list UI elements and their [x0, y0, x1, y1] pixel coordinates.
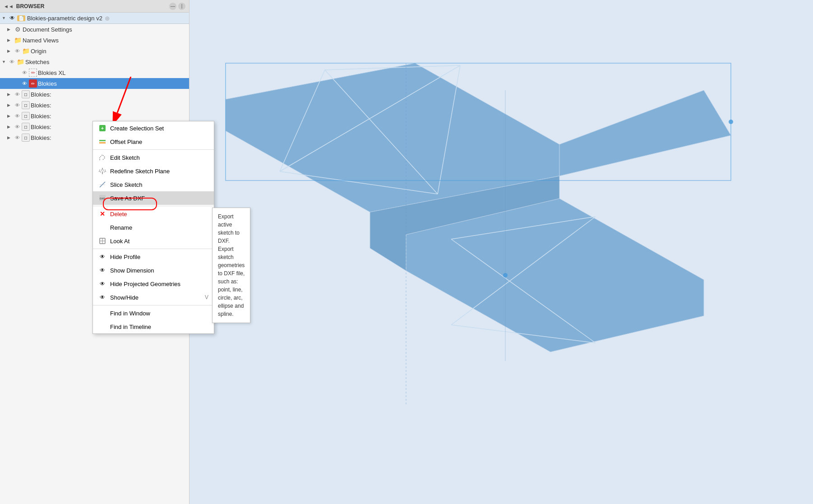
blokies5-eye-icon[interactable]: 👁 [14, 123, 21, 130]
sketch-icon: ✏ [29, 69, 37, 77]
find-timeline-icon [98, 323, 106, 331]
menu-item-show-dimension[interactable]: 👁 Show Dimension [93, 264, 214, 277]
origin-folder-icon: 📁 [22, 47, 30, 55]
blokies-xl-label: Blokies XL [38, 69, 65, 76]
menu-label-save-as-dxf: Save As DXF [110, 195, 208, 202]
menu-item-delete[interactable]: ✕ Delete [93, 207, 214, 221]
menu-item-slice-sketch[interactable]: Slice Sketch [93, 178, 214, 191]
menu-label-rename: Rename [110, 224, 208, 231]
hide-projected-icon: 👁 [98, 280, 106, 288]
svg-rect-5 [99, 142, 106, 143]
blokies2-label: Blokies: [31, 91, 51, 98]
browser-panel: ◄◄ BROWSER — | ▼ 👁 📄 Blokies-parametric … [0, 0, 189, 504]
menu-label-show-hide: Show/Hide [110, 294, 201, 301]
sidebar-item-document-settings[interactable]: ▶ ⚙ Document Settings [0, 24, 189, 35]
sidebar-item-blokies-xl[interactable]: 👁 ✏ Blokies XL [0, 67, 189, 78]
viewport-3d[interactable] [189, 0, 813, 504]
look-at-icon [98, 237, 106, 245]
create-selection-icon: + [98, 124, 106, 132]
blokies3-label: Blokies: [31, 102, 51, 109]
separator-4 [93, 305, 214, 305]
menu-item-find-in-window[interactable]: Find in Window [93, 306, 214, 320]
sidebar-item-blokies-4[interactable]: ▶ 👁 □ Blokies: [0, 111, 189, 121]
doc-settings-arrow: ▶ [7, 27, 14, 32]
blokies2-eye-icon[interactable]: 👁 [14, 91, 21, 98]
menu-item-hide-projected[interactable]: 👁 Hide Projected Geometries [93, 277, 214, 291]
origin-eye-icon[interactable]: 👁 [14, 47, 21, 55]
menu-label-create-selection-set: Create Selection Set [110, 125, 208, 132]
find-window-icon [98, 309, 106, 317]
folder-icon: 📁 [14, 36, 22, 44]
3d-sketch-view [189, 0, 813, 504]
dxf-tooltip: Export active sketch to DXF. Export sket… [212, 208, 250, 323]
offset-plane-icon [98, 138, 106, 146]
sidebar-item-sketches[interactable]: ▼ 👁 📁 Sketches [0, 56, 189, 67]
separator-2 [93, 206, 214, 206]
separator-3 [93, 249, 214, 249]
sidebar-item-blokies-2[interactable]: ▶ 👁 □ Blokies: [0, 89, 189, 100]
blokies-eye-icon[interactable]: 👁 [21, 80, 28, 87]
menu-item-offset-plane[interactable]: Offset Plane [93, 135, 214, 148]
browser-controls: — | [169, 3, 185, 10]
menu-item-hide-profile[interactable]: 👁 Hide Profile [93, 250, 214, 264]
svg-text:+: + [101, 125, 104, 131]
svg-point-34 [729, 120, 733, 124]
blokies6-label: Blokies: [31, 134, 51, 141]
hide-profile-icon: 👁 [98, 253, 106, 261]
menu-label-slice-sketch: Slice Sketch [110, 181, 208, 188]
menu-item-create-selection-set[interactable]: + Create Selection Set [93, 121, 214, 135]
blokies6-eye-icon[interactable]: 👁 [14, 134, 21, 141]
minimize-button[interactable]: — [169, 3, 176, 10]
named-views-label: Named Views [23, 37, 59, 44]
menu-item-find-in-timeline[interactable]: Find in Timeline [93, 320, 214, 333]
sidebar-item-blokies[interactable]: 👁 ✏ Blokies [0, 78, 189, 89]
root-label: Blokies-parametric design v2 [27, 15, 102, 22]
blokies-sketch-icon: ✏ [29, 79, 37, 88]
collapse-icon[interactable]: ◄◄ [4, 4, 14, 9]
browser-title: BROWSER [16, 3, 166, 9]
doc-settings-label: Document Settings [23, 26, 72, 33]
blokies4-label: Blokies: [31, 113, 51, 120]
menu-item-show-hide[interactable]: 👁 Show/Hide V [93, 291, 214, 304]
menu-label-redefine-sketch-plane: Redefine Sketch Plane [110, 168, 208, 175]
sketches-label: Sketches [25, 59, 49, 65]
menu-label-look-at: Look At [110, 238, 208, 245]
tree-root[interactable]: ▼ 👁 📄 Blokies-parametric design v2 ◎ [0, 13, 189, 24]
blokies3-eye-icon[interactable]: 👁 [14, 102, 21, 109]
origin-arrow: ▶ [7, 49, 14, 53]
menu-item-look-at[interactable]: Look At [93, 234, 214, 248]
sketches-folder-icon: 📁 [16, 58, 24, 66]
tooltip-text: Export active sketch to DXF. Export sket… [218, 213, 245, 317]
sidebar-item-origin[interactable]: ▶ 👁 📁 Origin [0, 46, 189, 56]
context-menu: + Create Selection Set Offset Plane [92, 121, 214, 334]
sidebar-item-blokies-3[interactable]: ▶ 👁 □ Blokies: [0, 100, 189, 111]
dxf-icon: DXF [98, 194, 106, 202]
menu-item-edit-sketch[interactable]: Edit Sketch [93, 151, 214, 164]
blokies3-box-icon: □ [22, 101, 30, 109]
root-arrow: ▼ [2, 16, 8, 20]
show-hide-icon: 👁 [98, 293, 106, 301]
pin-button[interactable]: | [178, 3, 185, 10]
svg-text:DXF: DXF [100, 197, 105, 200]
blokies-xl-eye-icon[interactable]: 👁 [21, 69, 28, 76]
blokies2-arrow: ▶ [7, 92, 14, 97]
rename-icon [98, 223, 106, 231]
blokies2-box-icon: □ [22, 90, 30, 98]
sidebar-item-named-views[interactable]: ▶ 📁 Named Views [0, 35, 189, 46]
menu-item-rename[interactable]: Rename [93, 221, 214, 234]
blokies-label: Blokies [38, 80, 57, 87]
gear-icon: ⚙ [14, 25, 22, 33]
root-eye-icon[interactable]: 👁 [8, 14, 16, 22]
root-target-icon[interactable]: ◎ [105, 15, 110, 21]
show-hide-shortcut: V [205, 294, 208, 301]
menu-label-find-in-timeline: Find in Timeline [110, 324, 208, 330]
svg-rect-4 [99, 140, 106, 141]
sketches-eye-icon[interactable]: 👁 [8, 58, 15, 65]
delete-icon: ✕ [98, 210, 106, 218]
origin-label: Origin [31, 48, 46, 55]
menu-item-redefine-sketch-plane[interactable]: Redefine Sketch Plane [93, 164, 214, 178]
blokies4-arrow: ▶ [7, 114, 14, 118]
blokies4-eye-icon[interactable]: 👁 [14, 112, 21, 120]
menu-label-find-in-window: Find in Window [110, 310, 208, 317]
menu-item-save-as-dxf[interactable]: DXF Save As DXF [93, 191, 214, 205]
